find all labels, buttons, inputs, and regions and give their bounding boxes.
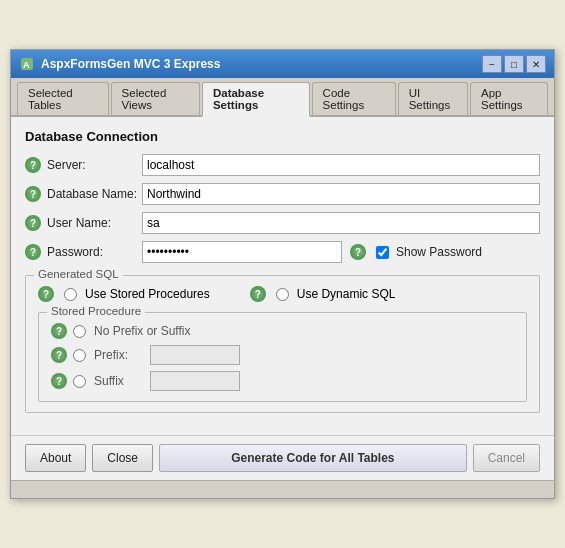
database-name-label: Database Name: — [47, 187, 142, 201]
cancel-button[interactable]: Cancel — [473, 444, 540, 472]
show-password-section: ? Show Password — [350, 244, 482, 260]
user-name-row: ? User Name: — [25, 212, 540, 234]
database-name-row: ? Database Name: — [25, 183, 540, 205]
bottom-bar: About Close Generate Code for All Tables… — [11, 435, 554, 480]
close-button[interactable]: Close — [92, 444, 153, 472]
suffix-label: Suffix — [94, 374, 144, 388]
section-title: Database Connection — [25, 129, 540, 144]
user-name-help-icon[interactable]: ? — [25, 215, 41, 231]
restore-button[interactable]: □ — [504, 55, 524, 73]
no-prefix-suffix-radio[interactable] — [73, 325, 86, 338]
app-icon: A — [19, 56, 35, 72]
title-bar: A AspxFormsGen MVC 3 Express − □ ✕ — [11, 50, 554, 78]
tab-bar: Selected Tables Selected Views Database … — [11, 78, 554, 117]
password-section: ? Show Password — [142, 241, 540, 263]
main-content: Database Connection ? Server: ? Database… — [11, 117, 554, 435]
status-bar — [11, 480, 554, 498]
server-row: ? Server: — [25, 154, 540, 176]
server-label: Server: — [47, 158, 142, 172]
user-name-input[interactable] — [142, 212, 540, 234]
database-name-help-icon[interactable]: ? — [25, 186, 41, 202]
tab-ui-settings[interactable]: UI Settings — [398, 82, 468, 115]
server-help-icon[interactable]: ? — [25, 157, 41, 173]
show-password-checkbox[interactable] — [376, 246, 389, 259]
show-password-help-icon[interactable]: ? — [350, 244, 366, 260]
database-name-input[interactable] — [142, 183, 540, 205]
use-dynamic-sql-radio[interactable] — [276, 288, 289, 301]
tab-selected-tables[interactable]: Selected Tables — [17, 82, 109, 115]
suffix-input[interactable] — [150, 371, 240, 391]
tab-code-settings[interactable]: Code Settings — [312, 82, 396, 115]
tab-database-settings[interactable]: Database Settings — [202, 82, 310, 117]
svg-text:A: A — [23, 60, 30, 70]
generate-code-button[interactable]: Generate Code for All Tables — [159, 444, 467, 472]
suffix-help-icon[interactable]: ? — [51, 373, 67, 389]
no-prefix-suffix-row: ? No Prefix or Suffix — [51, 323, 514, 339]
title-controls: − □ ✕ — [482, 55, 546, 73]
prefix-label: Prefix: — [94, 348, 144, 362]
stored-proc-help-icon[interactable]: ? — [38, 286, 54, 302]
prefix-help-icon[interactable]: ? — [51, 347, 67, 363]
prefix-input[interactable] — [150, 345, 240, 365]
no-prefix-suffix-label: No Prefix or Suffix — [94, 324, 190, 338]
sql-options-row: ? Use Stored Procedures ? Use Dynamic SQ… — [38, 286, 527, 302]
use-stored-procedures-option: ? Use Stored Procedures — [38, 286, 210, 302]
main-window: A AspxFormsGen MVC 3 Express − □ ✕ Selec… — [10, 49, 555, 499]
suffix-radio[interactable] — [73, 375, 86, 388]
prefix-radio[interactable] — [73, 349, 86, 362]
generated-sql-group: Generated SQL ? Use Stored Procedures ? … — [25, 275, 540, 413]
stored-procedure-group: Stored Procedure ? No Prefix or Suffix ? — [38, 312, 527, 402]
show-password-label: Show Password — [396, 245, 482, 259]
suffix-row: ? Suffix — [51, 371, 514, 391]
use-stored-procedures-label: Use Stored Procedures — [85, 287, 210, 301]
tab-app-settings[interactable]: App Settings — [470, 82, 548, 115]
password-label: Password: — [47, 245, 142, 259]
use-dynamic-sql-label: Use Dynamic SQL — [297, 287, 396, 301]
server-input[interactable] — [142, 154, 540, 176]
password-row: ? Password: ? Show Password — [25, 241, 540, 263]
password-input[interactable] — [142, 241, 342, 263]
stored-procedure-label: Stored Procedure — [47, 305, 145, 317]
window-title: AspxFormsGen MVC 3 Express — [41, 57, 220, 71]
password-help-icon[interactable]: ? — [25, 244, 41, 260]
no-prefix-help-icon[interactable]: ? — [51, 323, 67, 339]
use-dynamic-sql-option: ? Use Dynamic SQL — [250, 286, 396, 302]
dynamic-sql-help-icon[interactable]: ? — [250, 286, 266, 302]
about-button[interactable]: About — [25, 444, 86, 472]
use-stored-procedures-radio[interactable] — [64, 288, 77, 301]
minimize-button[interactable]: − — [482, 55, 502, 73]
generated-sql-label: Generated SQL — [34, 268, 123, 280]
tab-selected-views[interactable]: Selected Views — [111, 82, 200, 115]
prefix-row: ? Prefix: — [51, 345, 514, 365]
user-name-label: User Name: — [47, 216, 142, 230]
title-bar-left: A AspxFormsGen MVC 3 Express — [19, 56, 220, 72]
close-window-button[interactable]: ✕ — [526, 55, 546, 73]
